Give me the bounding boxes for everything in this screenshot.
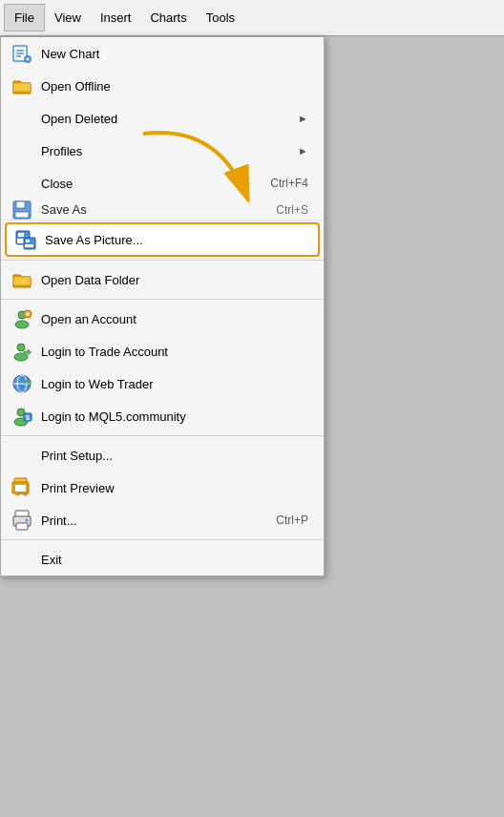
close-shortcut: Ctrl+F4 xyxy=(270,177,308,190)
save-as-shortcut: Ctrl+S xyxy=(276,203,308,217)
menu-item-print-preview-label: Print Preview xyxy=(41,481,308,495)
menu-item-login-web-label: Login to Web Trader xyxy=(41,377,308,391)
save-as-picture-icon xyxy=(12,228,39,251)
separator-4 xyxy=(1,539,324,540)
menu-item-save-as-picture[interactable]: Save As Picture... xyxy=(5,222,320,257)
separator-2 xyxy=(1,299,324,300)
menu-item-open-deleted-label: Open Deleted xyxy=(41,112,298,126)
svg-rect-34 xyxy=(24,492,27,495)
menubar-item-file[interactable]: File xyxy=(4,4,45,31)
menu-item-new-chart-label: New Chart xyxy=(41,47,308,61)
profiles-arrow: ► xyxy=(298,145,308,157)
svg-text:$: $ xyxy=(26,414,30,422)
menubar: File View Insert Charts Tools xyxy=(0,0,504,36)
menu-item-open-account[interactable]: Open an Account xyxy=(1,303,324,335)
menu-item-login-trade[interactable]: Login to Trade Account xyxy=(1,335,324,367)
separator-3 xyxy=(1,435,324,436)
menu-item-print[interactable]: Print... Ctrl+P xyxy=(1,504,324,536)
menu-item-print-preview[interactable]: Print Preview xyxy=(1,471,324,504)
svg-point-21 xyxy=(17,344,25,351)
file-menu-dropdown: New Chart Open Offline Open Deleted ► Pr… xyxy=(0,36,325,576)
menu-item-open-data-folder-label: Open Data Folder xyxy=(41,273,308,287)
open-deleted-arrow: ► xyxy=(298,113,308,124)
print-setup-icon xyxy=(9,444,35,467)
separator-1 xyxy=(1,260,324,261)
svg-rect-9 xyxy=(15,212,29,218)
menu-item-profiles-label: Profiles xyxy=(41,144,298,158)
svg-rect-14 xyxy=(26,240,30,242)
svg-rect-13 xyxy=(24,238,35,249)
menubar-item-insert[interactable]: Insert xyxy=(91,5,141,31)
svg-rect-37 xyxy=(16,523,28,530)
menu-item-print-setup[interactable]: Print Setup... xyxy=(1,439,324,471)
menu-item-save-as-picture-label: Save As Picture... xyxy=(45,233,306,247)
svg-rect-11 xyxy=(18,233,24,237)
open-offline-icon xyxy=(9,74,35,97)
menu-item-open-offline[interactable]: Open Offline xyxy=(1,70,324,102)
new-chart-icon xyxy=(9,42,35,65)
login-mql5-icon: $ xyxy=(9,405,35,428)
print-icon xyxy=(9,509,35,532)
close-icon xyxy=(9,172,35,195)
menu-item-save-as-label: Save As xyxy=(41,202,276,217)
menu-item-login-mql5-label: Login to MQL5.community xyxy=(41,409,308,424)
menu-item-open-deleted[interactable]: Open Deleted ► xyxy=(1,102,324,135)
svg-rect-32 xyxy=(15,485,26,492)
menu-item-save-as[interactable]: Save As Ctrl+S xyxy=(1,199,324,220)
exit-icon xyxy=(9,548,35,571)
menu-item-open-data-folder[interactable]: Open Data Folder xyxy=(1,263,324,296)
open-deleted-icon xyxy=(9,107,35,130)
menu-item-close[interactable]: Close Ctrl+F4 xyxy=(1,167,324,199)
login-trade-icon xyxy=(9,340,35,363)
svg-point-38 xyxy=(26,519,29,522)
login-web-icon xyxy=(9,372,35,395)
profiles-icon xyxy=(9,139,35,162)
menu-item-exit[interactable]: Exit xyxy=(1,543,324,576)
menubar-item-view[interactable]: View xyxy=(45,5,91,31)
menu-item-print-setup-label: Print Setup... xyxy=(41,449,308,463)
menu-item-exit-label: Exit xyxy=(41,553,308,567)
print-preview-icon xyxy=(9,476,35,499)
menubar-item-tools[interactable]: Tools xyxy=(197,5,244,31)
print-shortcut: Ctrl+P xyxy=(276,513,308,527)
menu-item-open-account-label: Open an Account xyxy=(41,312,308,326)
menu-item-profiles[interactable]: Profiles ► xyxy=(1,135,324,167)
menu-item-login-web[interactable]: Login to Web Trader xyxy=(1,367,324,400)
open-account-icon xyxy=(9,307,35,330)
save-as-icon xyxy=(9,199,35,220)
menu-item-print-label: Print... xyxy=(41,513,276,528)
svg-point-22 xyxy=(14,353,28,361)
menu-item-open-offline-label: Open Offline xyxy=(41,79,308,94)
menubar-item-charts[interactable]: Charts xyxy=(140,5,196,31)
svg-rect-33 xyxy=(16,492,19,495)
menu-item-login-trade-label: Login to Trade Account xyxy=(41,345,308,359)
menu-item-new-chart[interactable]: New Chart xyxy=(1,37,324,70)
svg-rect-8 xyxy=(16,201,25,208)
svg-point-17 xyxy=(15,321,29,328)
menu-item-login-mql5[interactable]: $ Login to MQL5.community xyxy=(1,400,324,432)
svg-rect-15 xyxy=(25,244,33,247)
menu-item-close-label: Close xyxy=(41,177,270,191)
open-data-folder-icon xyxy=(9,268,35,291)
